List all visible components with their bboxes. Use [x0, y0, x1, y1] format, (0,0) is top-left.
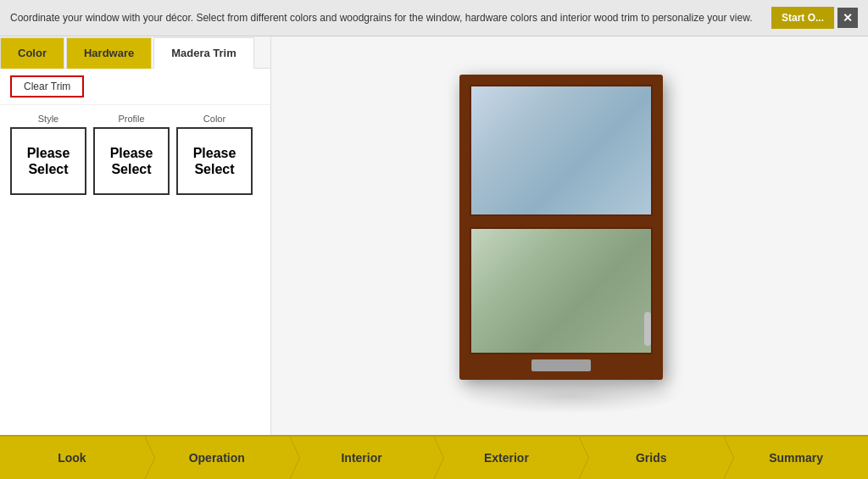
tab-hardware[interactable]: Hardware	[66, 37, 152, 69]
nav-item-summary[interactable]: Summary	[724, 437, 868, 479]
profile-selector-group: Profile Please Select	[93, 114, 170, 195]
window-lower-glass	[470, 227, 653, 354]
style-selector-box[interactable]: Please Select	[10, 127, 86, 195]
tab-madera-trim[interactable]: Madera Trim	[153, 37, 254, 69]
profile-selector-box[interactable]: Please Select	[93, 127, 170, 195]
nav-item-look[interactable]: Look	[0, 437, 145, 479]
window-shadow	[459, 380, 680, 414]
window-bottom-rail	[531, 359, 591, 371]
bottom-nav: Look Operation Interior Exterior Grids S…	[0, 435, 868, 479]
style-label: Style	[38, 114, 58, 124]
main-content: Color Hardware Madera Trim Clear Trim St…	[0, 36, 868, 435]
nav-item-exterior[interactable]: Exterior	[434, 437, 579, 479]
color-label: Color	[203, 114, 225, 124]
window-handle	[644, 312, 651, 346]
tab-color[interactable]: Color	[0, 37, 64, 69]
start-over-button[interactable]: Start O...	[771, 7, 834, 29]
color-selector-box[interactable]: Please Select	[176, 127, 253, 195]
clear-trim-button[interactable]: Clear Trim	[10, 75, 84, 97]
selectors-row: Style Please Select Profile Please Selec…	[10, 114, 260, 195]
clear-trim-area: Clear Trim	[0, 69, 270, 105]
window-preview-panel	[271, 36, 868, 435]
window-frame	[459, 75, 663, 380]
info-bar-text: Coordinate your window with your décor. …	[10, 12, 763, 24]
profile-label: Profile	[118, 114, 144, 124]
nav-item-grids[interactable]: Grids	[579, 437, 724, 479]
nav-item-interior[interactable]: Interior	[290, 437, 435, 479]
tabs-container: Color Hardware Madera Trim	[0, 36, 270, 69]
nav-item-operation[interactable]: Operation	[145, 437, 290, 479]
color-selector-group: Color Please Select	[176, 114, 253, 195]
info-bar: Coordinate your window with your décor. …	[0, 0, 868, 36]
window-upper-glass	[470, 85, 653, 216]
close-button[interactable]: ✕	[837, 8, 858, 28]
window-illustration	[434, 66, 705, 405]
style-selector-group: Style Please Select	[10, 114, 86, 195]
selectors-area: Style Please Select Profile Please Selec…	[0, 105, 270, 203]
left-panel: Color Hardware Madera Trim Clear Trim St…	[0, 36, 271, 435]
window-divider	[459, 216, 663, 227]
